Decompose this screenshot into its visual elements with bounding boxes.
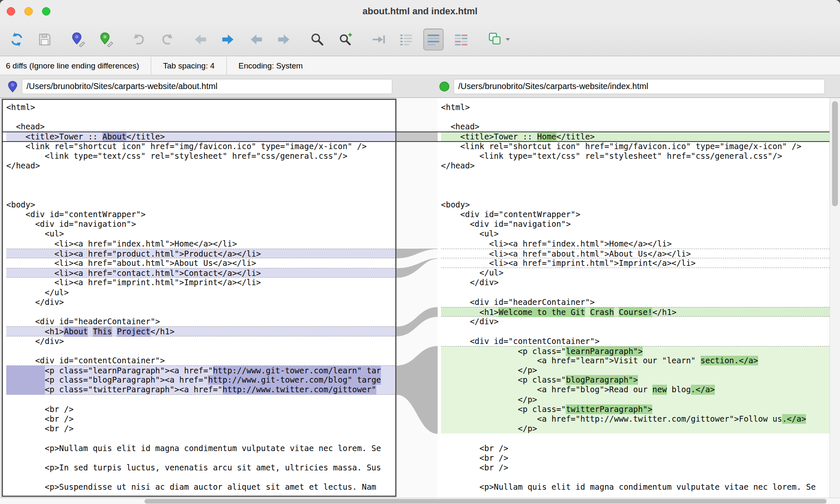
code-line: <li><a href="product.html">Product</a></… [6,249,395,258]
code-line: <link type="text/css" rel="stylesheet" h… [441,151,830,161]
code-line: <br /> [441,463,830,472]
left-file-path[interactable]: /Users/brunobrito/Sites/carparts-website… [22,79,392,94]
code-line [6,472,395,482]
find-button[interactable] [307,28,327,51]
code-line: <a href="blog">Read our new blog.</a> [441,385,830,394]
code-line: <br /> [441,453,830,463]
code-line [6,190,395,200]
next-change-button[interactable] [218,28,238,51]
refresh-button[interactable] [7,28,27,51]
code-line: <div id="contentContainer"> [6,356,395,365]
find-in-diffs-button[interactable] [336,28,356,51]
code-line: <head> [6,122,395,131]
code-line: <p>In sed turpis luctus, venenatis arcu … [6,463,395,472]
status-bar: 6 diffs (Ignore line ending differences)… [0,57,840,75]
previous-change-button[interactable] [191,28,211,51]
diff-editor: <html> <head> <title>Tower :: About</tit… [0,98,840,498]
code-line: <div id="navigation"> [441,219,830,229]
undo-icon [131,32,146,47]
tab-spacing-label: Tab spacing: 4 [151,57,226,75]
undo-button[interactable] [129,28,149,51]
code-line: <body> [441,200,830,210]
vertical-scrollbar-thumb[interactable] [832,101,838,206]
diff-window: about.html and index.html 6 diffs (Ignor… [0,0,840,504]
code-line: </ul> [441,268,830,278]
code-line: <br /> [6,414,395,424]
code-line: <h1>Welcome to the Git Crash Course!</h1… [441,307,830,317]
copy-to-other-side-button[interactable] [483,28,514,51]
blue-marker-icon [71,32,86,47]
next-diff-button[interactable] [273,28,294,51]
current-diff-marker [2,131,830,132]
code-line [6,171,395,180]
code-line: </p> [441,365,830,375]
code-line: <body> [6,200,395,210]
line-numbers-icon [399,32,414,47]
search-plus-icon [338,32,353,47]
green-marker-icon [99,32,114,47]
vertical-scrollbar[interactable] [830,98,840,498]
split-view-toggle[interactable] [451,28,471,51]
code-line [441,288,830,297]
code-line: <head> [441,122,830,131]
right-file-badge-icon [438,81,450,92]
code-line: <br /> [6,404,395,414]
code-line: <li><a href="contact.html">Contact</a></… [6,268,395,278]
code-line: </div> [441,278,830,287]
code-line: <li><a href="about.html">About Us</a></l… [6,258,395,268]
save-button[interactable] [34,28,55,51]
search-icon [310,32,325,47]
diff-connectors [396,98,438,498]
right-code-pane[interactable]: <html> <head> <title>Tower :: Home</titl… [438,98,830,498]
current-diff-marker [2,141,830,142]
horizontal-scrollbar-thumb[interactable] [144,499,827,504]
edit-left-marker-button[interactable] [68,28,88,51]
code-line: <p class="twitterParagraph"><a href="htt… [6,385,395,394]
chevron-down-icon [505,38,510,41]
code-line: </p> [441,424,830,433]
left-code-pane[interactable]: <html> <head> <title>Tower :: About</tit… [2,99,396,497]
code-line [441,190,830,200]
code-line: <link rel="shortcut icon" href="img/favi… [441,142,830,151]
previous-diff-button[interactable] [247,28,267,51]
code-line: <title>Tower :: About</title> [6,132,395,142]
arrow-left-icon [249,32,264,47]
right-file-path[interactable]: /Users/brunobrito/Sites/carparts-website… [454,79,825,94]
left-file-badge-icon [7,81,18,92]
code-line: <div id="contentContainer"> [441,336,830,346]
code-line: <div id="headerContainer"> [441,297,830,307]
diff-count-label: 6 diffs (Ignore line ending differences) [0,57,151,75]
code-line [6,395,395,404]
arrow-left-icon [193,32,208,47]
code-line: </p> [441,395,830,404]
diff-gutter [396,98,438,498]
arrow-right-icon [220,32,235,47]
code-line: <title>Tower :: Home</title> [441,132,830,142]
code-line: <li><a href="imprint.html">Imprint</a></… [441,258,830,268]
code-line: </div> [6,297,395,307]
code-line: <div id="navigation"> [6,219,395,229]
code-line: </div> [441,317,830,326]
inline-diff-icon [426,32,441,47]
horizontal-scrollbar[interactable] [0,498,840,504]
copy-icon [488,32,503,47]
line-numbers-toggle[interactable] [396,28,416,51]
code-line: <p class="blogParagraph"><a href="http:/… [6,375,395,385]
code-line: </head> [441,161,830,171]
code-line: <link rel="shortcut icon" href="img/favi… [6,142,395,151]
code-line [6,112,395,122]
redo-button[interactable] [158,28,178,51]
code-line [441,326,830,336]
code-line: <br /> [441,444,830,453]
edit-right-marker-button[interactable] [96,28,116,51]
code-line: <li><a href="imprint.html">Imprint</a></… [6,278,395,287]
arrow-right-icon [276,32,291,47]
go-to-diff-button[interactable] [369,28,389,51]
inline-view-toggle[interactable] [423,29,444,50]
toolbar [0,23,840,56]
title-bar: about.html and index.html [0,0,840,23]
window-title: about.html and index.html [0,0,840,23]
code-line: <p class="learnParagraph"> [441,346,830,356]
code-line: <li><a href="index.html">Home</a></li> [441,239,830,249]
code-line: <ul> [6,229,395,239]
